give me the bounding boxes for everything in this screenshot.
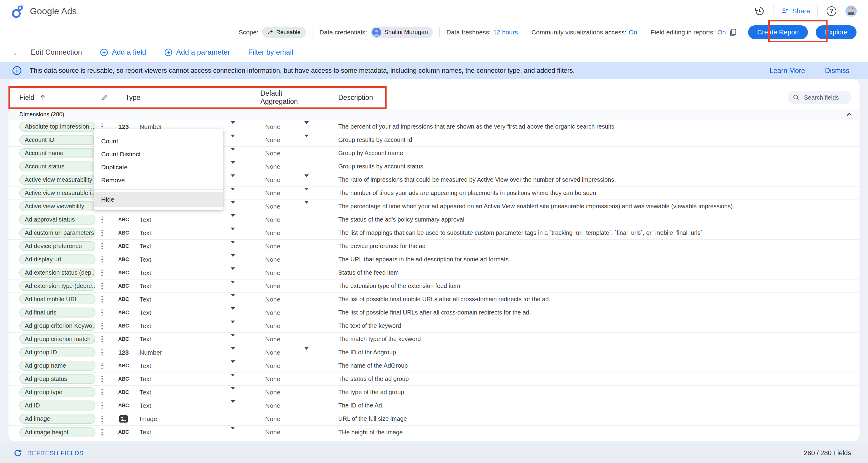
- field-pill[interactable]: Account name: [19, 148, 95, 158]
- field-pill[interactable]: Account ID: [19, 135, 95, 145]
- edit-connection-link[interactable]: Edit Connection: [31, 48, 82, 57]
- type-dropdown-icon[interactable]: [231, 241, 235, 249]
- aggregation-dropdown-icon[interactable]: [304, 347, 309, 355]
- aggregation-dropdown-icon[interactable]: [304, 135, 309, 142]
- type-dropdown-icon[interactable]: [231, 188, 235, 196]
- field-pill[interactable]: Ad custom url parameters: [19, 228, 95, 238]
- more-options-icon[interactable]: [99, 389, 105, 396]
- add-field-button[interactable]: Add a field: [100, 48, 146, 57]
- type-dropdown-icon[interactable]: [231, 121, 235, 129]
- type-dropdown-icon[interactable]: [231, 254, 235, 262]
- aggregation-dropdown-icon[interactable]: [304, 188, 309, 196]
- field-pill[interactable]: Absolute top impression ...: [19, 122, 95, 132]
- field-pill[interactable]: Active view measurability: [19, 175, 95, 185]
- field-pill[interactable]: Active view viewability: [19, 201, 95, 211]
- type-dropdown-icon[interactable]: [231, 360, 235, 368]
- field-editing-value[interactable]: On: [717, 29, 726, 36]
- field-pill[interactable]: Account status: [19, 162, 95, 171]
- more-options-icon[interactable]: [99, 376, 105, 383]
- add-parameter-button[interactable]: Add a parameter: [164, 48, 230, 57]
- freshness-value[interactable]: 12 hours: [493, 29, 518, 36]
- type-dropdown-icon[interactable]: [231, 148, 235, 156]
- type-dropdown-icon[interactable]: [231, 321, 235, 328]
- sort-ascending-icon[interactable]: [39, 94, 46, 101]
- help-icon[interactable]: ?: [827, 6, 836, 16]
- field-pill[interactable]: Ad final urls: [19, 307, 95, 318]
- field-pill[interactable]: Ad extension type (depre...: [19, 281, 95, 291]
- type-dropdown-icon[interactable]: [231, 400, 235, 408]
- version-history-icon[interactable]: [754, 6, 764, 16]
- share-button[interactable]: Share: [773, 4, 817, 19]
- more-options-icon[interactable]: [99, 402, 105, 409]
- search-fields-box[interactable]: [788, 91, 852, 104]
- type-dropdown-icon[interactable]: [231, 374, 235, 382]
- create-report-button[interactable]: Create Report: [748, 25, 808, 39]
- aggregation-dropdown-icon[interactable]: [304, 121, 309, 129]
- field-pill[interactable]: Ad display url: [19, 255, 95, 264]
- learn-more-link[interactable]: Learn More: [770, 67, 805, 75]
- type-dropdown-icon[interactable]: [231, 135, 235, 142]
- more-options-icon[interactable]: [99, 256, 105, 263]
- field-pill[interactable]: Ad device preference: [19, 241, 95, 251]
- user-avatar[interactable]: [845, 5, 857, 17]
- type-dropdown-icon[interactable]: [231, 347, 235, 355]
- field-pill[interactable]: Ad image: [19, 414, 95, 424]
- field-pill[interactable]: Ad group criterion Keywo...: [19, 321, 95, 331]
- field-pill[interactable]: Ad ID: [19, 400, 95, 410]
- scope-pill[interactable]: Reusable: [262, 27, 306, 38]
- field-pill[interactable]: Ad group status: [19, 374, 95, 384]
- more-options-icon[interactable]: [99, 363, 105, 369]
- type-dropdown-icon[interactable]: [231, 161, 235, 169]
- type-dropdown-icon[interactable]: [231, 228, 235, 235]
- more-options-icon[interactable]: [99, 283, 105, 290]
- menu-item[interactable]: Count: [94, 135, 223, 147]
- more-options-icon[interactable]: [99, 296, 105, 303]
- more-options-icon[interactable]: [99, 269, 105, 276]
- type-dropdown-icon[interactable]: [231, 387, 235, 395]
- aggregation-dropdown-icon[interactable]: [304, 201, 309, 209]
- more-options-icon[interactable]: [99, 336, 105, 342]
- type-dropdown-icon[interactable]: [231, 174, 235, 182]
- menu-item[interactable]: Remove: [94, 173, 223, 187]
- type-dropdown-icon[interactable]: [231, 427, 235, 435]
- field-pill[interactable]: Ad extension status (dep...: [19, 268, 95, 278]
- field-pill[interactable]: Ad group criterion match ...: [19, 334, 95, 344]
- credentials-pill[interactable]: Shalini Murugan: [371, 27, 433, 38]
- more-options-icon[interactable]: [99, 217, 105, 223]
- field-pill[interactable]: Ad group ID: [19, 348, 95, 357]
- type-dropdown-icon[interactable]: [231, 267, 235, 275]
- more-options-icon[interactable]: [99, 243, 105, 250]
- field-column-header[interactable]: Field: [19, 94, 34, 102]
- explore-button[interactable]: Explore: [816, 25, 857, 39]
- more-options-icon[interactable]: [99, 309, 105, 316]
- refresh-fields-button[interactable]: REFRESH FIELDS: [13, 449, 84, 458]
- menu-item[interactable]: Duplicate: [94, 161, 223, 173]
- menu-item[interactable]: Count Distinct: [94, 147, 223, 161]
- back-arrow-icon[interactable]: ←: [12, 47, 22, 57]
- type-dropdown-icon[interactable]: [231, 294, 235, 302]
- copy-icon[interactable]: [729, 28, 737, 36]
- more-options-icon[interactable]: [99, 416, 105, 422]
- field-pill[interactable]: Ad approval status: [19, 214, 95, 225]
- type-dropdown-icon[interactable]: [231, 281, 235, 289]
- field-pill[interactable]: Ad group type: [19, 387, 95, 397]
- more-options-icon[interactable]: [99, 429, 105, 435]
- type-dropdown-icon[interactable]: [231, 307, 235, 315]
- community-access-value[interactable]: On: [629, 29, 637, 36]
- more-options-icon[interactable]: [99, 349, 105, 356]
- filter-by-email-button[interactable]: Filter by email: [248, 48, 293, 57]
- more-options-icon[interactable]: [99, 323, 105, 329]
- type-dropdown-icon[interactable]: [231, 334, 235, 342]
- type-dropdown-icon[interactable]: [231, 214, 235, 222]
- more-options-icon[interactable]: [99, 230, 105, 236]
- search-fields-input[interactable]: [803, 94, 847, 101]
- type-dropdown-icon[interactable]: [231, 201, 235, 209]
- aggregation-dropdown-icon[interactable]: [304, 174, 309, 182]
- field-pill[interactable]: Active view measurable i...: [19, 188, 95, 198]
- field-pill[interactable]: Ad final mobile URL: [19, 294, 95, 304]
- menu-item-hide[interactable]: Hide: [94, 192, 223, 207]
- field-pill[interactable]: Ad image height: [19, 427, 95, 437]
- chevron-up-icon[interactable]: [845, 110, 854, 119]
- field-pill[interactable]: Ad group name: [19, 361, 95, 371]
- dismiss-link[interactable]: Dismiss: [825, 67, 849, 75]
